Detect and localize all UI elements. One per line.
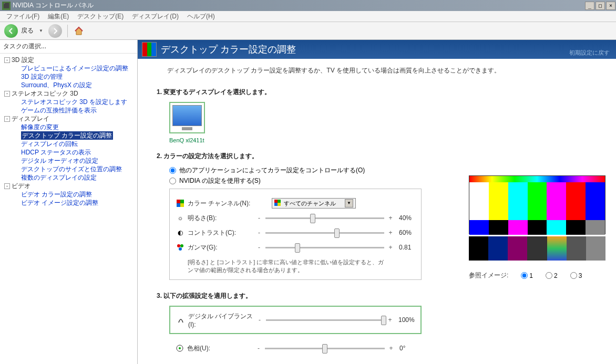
titlebar: ⬛ NVIDIA コントロール パネル _ □ ×: [0, 0, 616, 11]
tree-item-video-color[interactable]: ビデオ カラー設定の調整: [21, 190, 92, 199]
tree-group-video[interactable]: ビデオ: [12, 182, 30, 190]
menu-display[interactable]: ディスプレイ(D): [128, 11, 183, 22]
monitor-icon: [172, 105, 202, 126]
close-button[interactable]: ×: [606, 2, 615, 10]
vibrance-label: デジタル バイブランス(I):: [188, 312, 256, 328]
channel-dropdown[interactable]: すべてのチャンネル ▼: [272, 198, 356, 209]
tree-item-manage-3d[interactable]: 3D 設定の管理: [21, 72, 63, 81]
ref-radio-1[interactable]: 1: [521, 272, 533, 279]
display-thumbnail[interactable]: [169, 102, 205, 133]
vibrance-slider[interactable]: [266, 319, 384, 321]
gamma-label: ガンマ(G):: [188, 243, 256, 252]
page-title: デスクトップ カラー設定の調整: [161, 43, 296, 56]
tree-toggle-3d[interactable]: -: [4, 57, 10, 63]
chevron-down-icon: ▼: [345, 199, 353, 207]
task-tree: -3D 設定 プレビューによるイメージ設定の調整 3D 設定の管理 Surrou…: [0, 54, 137, 209]
minus-icon: -: [256, 214, 262, 222]
tree-toggle-display[interactable]: -: [4, 116, 10, 122]
contrast-icon: ◐: [176, 228, 184, 237]
hue-row-block: 色相(U): - + 0°: [169, 337, 422, 359]
minus-icon: -: [256, 229, 262, 236]
brightness-label: 明るさ(B):: [188, 214, 256, 223]
tree-group-display[interactable]: ディスプレイ: [12, 115, 49, 123]
gamma-note: [明るさ] と [コントラスト] に非常に高い値と非常に低い値を設定すると、ガン…: [176, 256, 386, 274]
tree-item-desktop-color[interactable]: デスクトップ カラー設定の調整: [21, 131, 113, 140]
tree-item-resolution[interactable]: 解像度の変更: [21, 123, 59, 131]
section1-title: 1. 変更するディスプレイを選択します。: [157, 88, 605, 97]
svg-point-10: [179, 247, 182, 251]
sidebar: タスクの選択... -3D 設定 プレビューによるイメージ設定の調整 3D 設定…: [0, 40, 138, 364]
extended-block: デジタル バイブランス(I): - + 100%: [169, 306, 422, 334]
home-button[interactable]: [73, 25, 85, 37]
minimize-button[interactable]: _: [585, 2, 594, 10]
gamma-icon: [176, 243, 184, 252]
plus-icon: +: [387, 214, 394, 222]
hue-value: 0°: [394, 345, 415, 352]
radio-other-app[interactable]: [169, 167, 176, 174]
gamma-slider[interactable]: [265, 247, 384, 248]
tree-item-rotation[interactable]: ディスプレイの回転: [21, 140, 78, 148]
plus-icon: +: [387, 229, 394, 236]
minus-icon: -: [256, 316, 263, 324]
tree-item-preview-adjust[interactable]: プレビューによるイメージ設定の調整: [21, 64, 128, 72]
tree-item-digital-audio[interactable]: デジタル オーディオの設定: [21, 157, 98, 165]
dropdown-text: すべてのチャンネル: [284, 200, 345, 207]
ref-radio-2[interactable]: 2: [546, 272, 558, 279]
svg-rect-0: [177, 200, 180, 203]
page-header: デスクトップ カラー設定の調整 初期設定に戻す: [138, 40, 616, 59]
color-settings-block: カラー チャンネル(N): すべてのチャンネル ▼ ☼ 明るさ(B): - + …: [169, 189, 422, 280]
page-icon: [142, 42, 157, 57]
maximize-button[interactable]: □: [596, 2, 605, 10]
brightness-slider[interactable]: [265, 217, 384, 219]
tree-item-video-image[interactable]: ビデオ イメージ設定の調整: [21, 199, 98, 207]
tree-item-hdcp[interactable]: HDCP ステータスの表示: [21, 148, 91, 157]
dropdown-icon: [274, 200, 282, 207]
back-label: 戻る: [21, 26, 34, 35]
gamma-value: 0.81: [394, 244, 415, 251]
tree-item-stereo-setup[interactable]: ステレオスコピック 3D を設定します: [21, 98, 127, 106]
plus-icon: +: [387, 244, 394, 251]
tree-item-multi-display[interactable]: 複数のディスプレイの設定: [21, 173, 97, 182]
back-dropdown-icon[interactable]: ▼: [37, 28, 45, 33]
content: デスクトップ カラー設定の調整 初期設定に戻す ディスプレイのデスクトップ カラ…: [138, 40, 616, 364]
contrast-value: 60%: [394, 229, 415, 236]
menu-file[interactable]: ファイル(F): [2, 11, 44, 22]
section3-title: 3. 以下の拡張設定を適用します。: [157, 292, 605, 300]
app-icon: ⬛: [2, 2, 11, 10]
toolbar-separator: [67, 25, 68, 37]
color-bars-preview: [469, 175, 605, 234]
ref-radio-3[interactable]: 3: [570, 272, 582, 279]
menu-edit[interactable]: 編集(E): [44, 11, 73, 22]
vibrance-value: 100%: [393, 316, 414, 324]
forward-button[interactable]: [48, 24, 62, 38]
reset-link[interactable]: 初期設定に戻す: [569, 49, 610, 57]
contrast-slider[interactable]: [265, 232, 384, 234]
radio-nvidia[interactable]: [169, 178, 176, 184]
sidebar-header: タスクの選択...: [0, 40, 137, 54]
back-button[interactable]: [4, 24, 18, 38]
tree-group-3d[interactable]: 3D 設定: [12, 56, 34, 64]
channel-label: カラー チャンネル(N):: [188, 199, 256, 208]
menu-desktop[interactable]: デスクトップ(E): [73, 11, 128, 22]
menu-help[interactable]: ヘルプ(H): [183, 11, 219, 22]
svg-rect-4: [274, 200, 278, 203]
tree-item-compat[interactable]: ゲームの互換性評価を表示: [21, 106, 97, 115]
menubar: ファイル(F) 編集(E) デスクトップ(E) ディスプレイ(D) ヘルプ(H): [0, 11, 616, 22]
hue-slider[interactable]: [265, 348, 385, 349]
vibrance-icon: [177, 316, 185, 324]
tree-toggle-stereo[interactable]: -: [4, 91, 10, 97]
tree-toggle-video[interactable]: -: [4, 183, 10, 189]
svg-rect-3: [180, 203, 184, 207]
tree-item-surround[interactable]: Surround、PhysX の設定: [21, 81, 92, 89]
svg-rect-2: [177, 203, 180, 207]
page-description: ディスプレイのデスクトップ カラー設定を調整するか、TV を使用している場合は画…: [138, 59, 616, 82]
section-select-display: 1. 変更するディスプレイを選択します。 BenQ xl2411t: [138, 82, 616, 147]
brightness-icon: ☼: [176, 214, 184, 222]
tree-item-size-position[interactable]: デスクトップのサイズと位置の調整: [21, 165, 122, 173]
window-title: NVIDIA コントロール パネル: [13, 1, 94, 10]
tree-group-stereo[interactable]: ステレオスコピック 3D: [12, 89, 78, 98]
section2-title: 2. カラーの設定方法を選択します。: [157, 152, 605, 161]
hue-icon: [176, 344, 184, 352]
svg-rect-1: [180, 200, 184, 203]
preview-panel: 参照イメージ: 1 2 3: [469, 175, 605, 280]
